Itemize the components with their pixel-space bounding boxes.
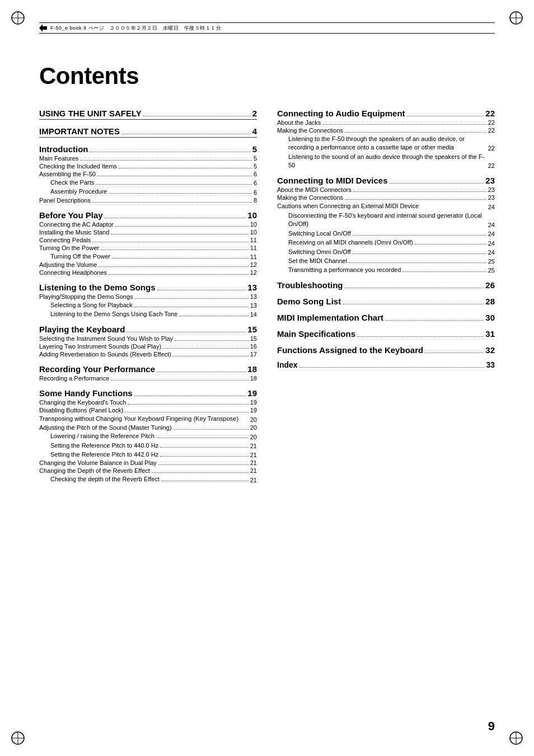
toc-section-label: Recording Your Performance	[39, 364, 155, 374]
toc-pagenum: 32	[485, 345, 495, 355]
toc-subitem-label: Receiving on all MIDI channels (Omni On/…	[288, 238, 413, 246]
toc-section: MIDI Implementation Chart30	[277, 313, 495, 322]
toc-dots	[92, 202, 252, 203]
toc-section-label: MIDI Implementation Chart	[277, 313, 383, 322]
toc-item-label: Making the Connections	[277, 194, 343, 201]
toc-item: Changing the Keyboard's Touch19	[39, 399, 257, 406]
toc-subitem-label: Lowering / raising the Reference Pitch	[50, 432, 154, 440]
toc-section: IMPORTANT NOTES4	[39, 126, 257, 138]
toc-pagenum: 10	[250, 229, 257, 236]
toc-item-label: Playing/Stopping the Demo Songs	[39, 293, 133, 300]
toc-item: Assembling the F-506	[39, 171, 257, 177]
toc-dots	[105, 218, 246, 218]
toc-dots	[343, 304, 484, 304]
toc-pagenum: 20	[250, 424, 257, 431]
toc-section: Main Specifications31	[277, 329, 495, 339]
toc-dots	[157, 372, 246, 372]
page: F-50_e.book 9 ページ ２００５年２月２日 水曜日 午後５時１１分 …	[0, 0, 534, 756]
toc-item: Adjusting the Volume12	[39, 261, 257, 268]
toc-section-label: USING THE UNIT SAFELY	[39, 109, 142, 118]
toc-item-label: Making the Connections	[277, 127, 343, 134]
toc-dots	[97, 176, 252, 176]
toc-pagenum: 4	[252, 126, 257, 136]
toc-item: About the Jacks22	[277, 119, 495, 126]
toc-section-label: Some Handy Functions	[39, 388, 133, 398]
toc-dots	[125, 412, 248, 412]
toc-dots	[109, 193, 252, 194]
toc-item-label: Selecting the Instrument Sound You Wish …	[39, 335, 173, 342]
toc-dots	[143, 116, 251, 116]
toc-dots	[415, 244, 486, 245]
toc-subitem: Assembly Procedure6	[50, 187, 257, 195]
toc-dots	[425, 353, 484, 353]
toc-dots	[109, 274, 249, 275]
toc-dots	[115, 226, 249, 227]
toc-section: Some Handy Functions19	[39, 388, 257, 398]
toc-subitem-label: Selecting a Song for Playback	[50, 301, 133, 309]
toc-dots	[158, 464, 249, 465]
toc-item: Selecting the Instrument Sound You Wish …	[39, 335, 257, 342]
toc-section-label: Main Specifications	[277, 329, 355, 339]
toc-pagenum: 21	[250, 477, 257, 483]
toc-pagenum: 23	[488, 194, 495, 201]
toc-item-label: Disabling Buttons (Panel Lock)	[39, 407, 123, 414]
toc-subitem-label: Assembly Procedure	[50, 187, 107, 195]
header-text: F-50_e.book 9 ページ ２００５年２月２日 水曜日 午後５時１１分	[50, 25, 221, 32]
toc-pagenum: 26	[485, 280, 495, 290]
toc-subitem-label: Turning Off the Power	[50, 252, 110, 260]
toc-pagenum: 10	[250, 221, 257, 228]
toc-subitem-label: Disconnecting the F-50's keyboard and in…	[288, 212, 485, 228]
toc-subitem: Setting the Reference Pitch to 440.0 Hz2…	[50, 442, 257, 449]
toc-pagenum: 21	[250, 467, 257, 474]
toc-section-label: Functions Assigned to the Keyboard	[277, 345, 423, 355]
toc-pagenum: 24	[488, 249, 495, 256]
toc-item-label: About the Jacks	[277, 119, 321, 126]
toc-pagenum: 23	[488, 186, 495, 193]
toc-item: Adjusting the Pitch of the Sound (Master…	[39, 424, 257, 431]
toc-section: Functions Assigned to the Keyboard32	[277, 345, 495, 355]
toc-pagenum: 5	[252, 144, 257, 154]
toc-left-col: USING THE UNIT SAFELY2IMPORTANT NOTES4In…	[39, 102, 257, 483]
toc-dots	[345, 199, 486, 200]
toc-dots	[385, 320, 484, 321]
toc-item: Changing the Volume Balance in Dual Play…	[39, 459, 257, 466]
toc-item: Connecting Pedals11	[39, 237, 257, 243]
toc-subitem-label: Listening to the F-50 through the speake…	[288, 135, 485, 152]
toc-pagenum: 5	[254, 155, 257, 162]
reg-mark-br	[508, 730, 524, 746]
toc-item: Main Features5	[39, 155, 257, 162]
header-arrow-icon	[39, 24, 47, 32]
toc-section-label: Demo Song List	[277, 297, 341, 306]
toc-pagenum: 13	[247, 283, 257, 292]
toc-section: USING THE UNIT SAFELY2	[39, 109, 257, 120]
toc-item-label: Recording a Performance	[39, 375, 109, 382]
toc-dots	[299, 367, 485, 368]
toc-dots	[353, 235, 486, 236]
toc-item-label: Checking the Included Items	[39, 163, 117, 170]
toc-subitem-label: Listening to the Demo Songs Using Each T…	[50, 310, 177, 318]
toc-section: Listening to the Demo Songs13	[39, 283, 257, 292]
toc-pagenum: 21	[250, 459, 257, 466]
toc-pagenum: 22	[488, 119, 495, 126]
toc-section-label: Before You Play	[39, 210, 103, 220]
toc-item-label: Connecting Pedals	[39, 237, 91, 243]
toc-pagenum: 13	[250, 302, 257, 309]
toc-subitem: Switching Omni On/Off24	[288, 248, 495, 256]
toc-subitem: Transmitting a performance you recorded2…	[288, 266, 495, 274]
toc-section: Index33	[277, 360, 495, 369]
toc-item-label: Adjusting the Pitch of the Sound (Master…	[39, 424, 172, 431]
toc-dots	[156, 438, 249, 438]
toc-item-label: Layering Two Instrument Sounds (Dual Pla…	[39, 343, 161, 350]
toc-pagenum: 2	[252, 109, 257, 118]
toc-dots	[157, 290, 246, 290]
toc-dots	[173, 356, 249, 356]
toc-dots	[160, 456, 249, 457]
toc-pagenum: 20	[250, 416, 257, 423]
toc-item-label: Adjusting the Volume	[39, 261, 97, 268]
toc-pagenum: 18	[250, 375, 257, 382]
reg-mark-tr	[508, 10, 524, 26]
toc-dots	[134, 396, 246, 396]
toc-pagenum: 11	[250, 245, 257, 251]
toc-dots	[353, 191, 486, 192]
toc-item-label: Changing the Depth of the Reverb Effect	[39, 467, 150, 474]
